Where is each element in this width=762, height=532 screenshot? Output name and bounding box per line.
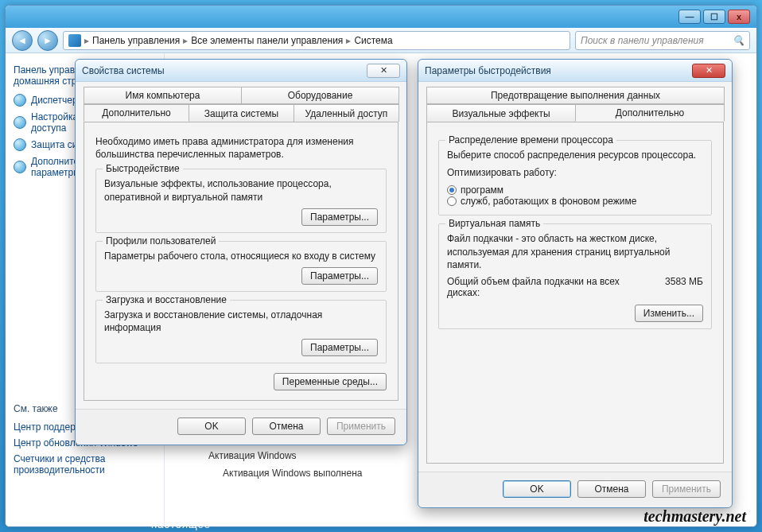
dialog-title: Параметры быстродействия — [425, 65, 692, 76]
cancel-button[interactable]: Отмена — [252, 417, 321, 435]
activation-heading: Активация Windows — [208, 450, 374, 461]
control-panel-icon — [68, 34, 81, 47]
group-desc: Выберите способ распределения ресурсов п… — [447, 149, 703, 161]
search-input[interactable]: Поиск в панели управления 🔍 — [575, 31, 750, 50]
group-performance: Быстродействие Визуальные эффекты, испол… — [95, 169, 387, 232]
activation-status: Активация Windows выполнена — [223, 468, 374, 479]
ok-button[interactable]: OK — [177, 417, 246, 435]
taskbar-hint: настоящее — [151, 518, 211, 530]
group-legend: Загрузка и восстановление — [103, 294, 230, 305]
group-legend: Профили пользователей — [103, 235, 219, 247]
performance-settings-button[interactable]: Параметры... — [301, 208, 378, 226]
tab-advanced[interactable]: Дополнительно — [575, 104, 725, 122]
tab-pane-advanced: Необходимо иметь права администратора дл… — [84, 122, 398, 401]
dialog-close-button[interactable]: ✕ — [692, 64, 725, 78]
window-titlebar: — ☐ x — [6, 6, 756, 28]
system-properties-dialog: Свойства системы ✕ Имя компьютера Оборуд… — [75, 59, 407, 445]
tab-dep[interactable]: Предотвращение выполнения данных — [426, 87, 725, 104]
apply-button[interactable]: Применить — [327, 417, 395, 435]
radio-dot-icon — [447, 196, 457, 206]
group-desc: Визуальные эффекты, использование процес… — [104, 177, 378, 203]
shield-icon — [14, 138, 26, 151]
startup-settings-button[interactable]: Параметры... — [301, 339, 378, 356]
dialog-titlebar: Параметры быстродействия ✕ — [418, 60, 732, 82]
dialog-title: Свойства системы — [82, 65, 367, 76]
performance-options-dialog: Параметры быстродействия ✕ Предотвращени… — [418, 59, 733, 508]
search-placeholder: Поиск в панели управления — [581, 35, 704, 46]
profiles-settings-button[interactable]: Параметры... — [301, 267, 378, 285]
see-also-perf-tools[interactable]: Счетчики и средства производительности — [14, 451, 156, 478]
tab-remote[interactable]: Удаленный доступ — [294, 104, 399, 122]
breadcrumb-item[interactable]: Система — [354, 35, 392, 46]
group-startup-recovery: Загрузка и восстановление Загрузка и вос… — [95, 300, 387, 363]
shield-icon — [14, 94, 26, 107]
search-icon: 🔍 — [733, 35, 745, 46]
radio-programs[interactable]: программ — [447, 184, 503, 196]
breadcrumb-item[interactable]: Все элементы панели управления — [191, 35, 343, 46]
group-processor-scheduling: Распределение времени процессора Выберит… — [438, 140, 712, 216]
dialog-close-button[interactable]: ✕ — [367, 64, 400, 78]
breadcrumb[interactable]: ▸ Панель управления ▸ Все элементы панел… — [63, 31, 570, 50]
dialog-footer: OK Отмена Применить — [418, 472, 732, 507]
nav-back-button[interactable]: ◄ — [12, 30, 33, 51]
group-desc: Загрузка и восстановление системы, отлад… — [104, 309, 378, 334]
dialog-footer: OK Отмена Применить — [76, 409, 406, 445]
group-desc: Файл подкачки - это область на жестком д… — [447, 232, 703, 271]
watermark-text: techmastery.net — [643, 507, 746, 526]
group-legend: Быстродействие — [103, 163, 183, 174]
dialog-titlebar: Свойства системы ✕ — [76, 60, 406, 82]
tab-visual-effects[interactable]: Визуальные эффекты — [426, 104, 576, 122]
group-desc: Параметры рабочего стола, относящиеся ко… — [104, 250, 378, 262]
group-legend: Виртуальная память — [445, 218, 543, 229]
pagefile-total-value: 3583 МБ — [665, 276, 703, 298]
pagefile-total-label: Общий объем файла подкачки на всех диска… — [447, 276, 630, 298]
tab-pane-advanced: Распределение времени процессора Выберит… — [426, 122, 724, 464]
radio-background-services[interactable]: служб, работающих в фоновом режиме — [447, 196, 636, 207]
minimize-button[interactable]: — — [678, 10, 701, 24]
shield-icon — [14, 116, 26, 129]
admin-note: Необходимо иметь права администратора дл… — [95, 135, 387, 161]
nav-forward-button[interactable]: ► — [37, 30, 58, 51]
optimize-label: Оптимизировать работу: — [447, 166, 703, 179]
ok-button[interactable]: OK — [503, 480, 571, 498]
shield-icon — [14, 161, 26, 173]
tab-advanced[interactable]: Дополнительно — [84, 104, 189, 122]
group-virtual-memory: Виртуальная память Файл подкачки - это о… — [438, 223, 712, 329]
change-vm-button[interactable]: Изменить... — [635, 305, 703, 322]
breadcrumb-item[interactable]: Панель управления — [92, 35, 180, 46]
maximize-button[interactable]: ☐ — [703, 10, 725, 24]
environment-variables-button[interactable]: Переменные среды... — [274, 373, 387, 390]
tabs: Предотвращение выполнения данных Визуаль… — [426, 87, 724, 122]
tab-hardware[interactable]: Оборудование — [241, 87, 399, 104]
group-user-profiles: Профили пользователей Параметры рабочего… — [95, 241, 387, 292]
address-bar: ◄ ► ▸ Панель управления ▸ Все элементы п… — [6, 28, 756, 53]
cancel-button[interactable]: Отмена — [577, 480, 646, 498]
apply-button[interactable]: Применить — [652, 480, 721, 498]
tab-system-protection[interactable]: Защита системы — [189, 104, 294, 122]
group-legend: Распределение времени процессора — [445, 134, 616, 146]
tab-computer-name[interactable]: Имя компьютера — [84, 87, 242, 104]
radio-dot-icon — [447, 185, 457, 195]
close-button[interactable]: x — [728, 10, 750, 24]
tabs: Имя компьютера Оборудование Дополнительн… — [84, 87, 398, 122]
